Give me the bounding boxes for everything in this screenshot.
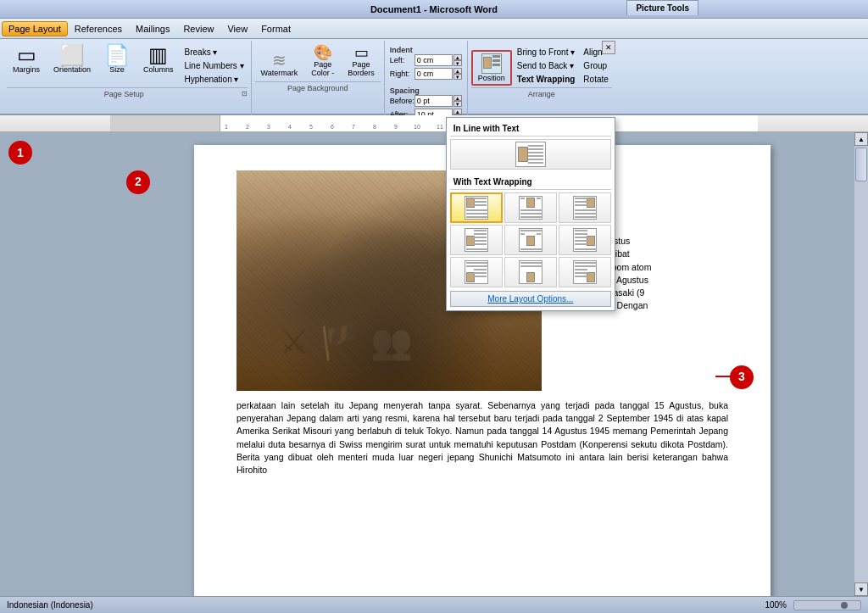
ribbon-group-paragraph: Indent Left: ▲ ▼ Right: ▲ ▼ <box>385 41 468 115</box>
vertical-scrollbar[interactable]: ▲ ▼ <box>854 132 868 596</box>
position-bottom-left[interactable] <box>450 257 503 287</box>
spacing-before-down[interactable]: ▼ <box>453 101 462 107</box>
status-bar: Indonesian (Indonesia) 100% <box>0 596 868 613</box>
position-bottom-center[interactable] <box>504 257 557 287</box>
position-top-center[interactable] <box>504 192 557 223</box>
spacing-label: Spacing <box>390 86 462 95</box>
status-right: 100% <box>765 600 861 610</box>
zoom-thumb <box>841 602 848 609</box>
ribbon-group-page-background: ≋ Watermark 🎨 Page Color - ▭ Page Border… <box>252 41 385 115</box>
page-borders-button[interactable]: ▭ Page Borders <box>342 42 381 80</box>
line-numbers-button[interactable]: Line Numbers ▾ <box>181 59 248 72</box>
right-label: Right: <box>390 70 414 78</box>
indent-right-input[interactable] <box>415 68 453 80</box>
indent-right-up[interactable]: ▲ <box>453 68 462 74</box>
indent-left-input[interactable] <box>415 54 453 66</box>
annotation-3: 3 <box>730 365 754 389</box>
group-button[interactable]: Group <box>580 59 611 72</box>
annotation-1: 1 <box>8 141 32 164</box>
spacing-after-up[interactable]: ▲ <box>453 109 462 114</box>
inline-option[interactable] <box>450 139 611 170</box>
document-main-text: perkataan lain setelah itu Jepang menyer… <box>236 399 728 476</box>
indent-right-down[interactable]: ▼ <box>453 74 462 80</box>
scroll-down[interactable]: ▼ <box>854 582 868 596</box>
language-status: Indonesian (Indonesia) <box>7 600 93 610</box>
zoom-level: 100% <box>765 600 787 610</box>
bring-to-front-button[interactable]: Bring to Front ▾ <box>514 46 579 59</box>
zoom-slider[interactable] <box>793 600 861 610</box>
menu-item-references[interactable]: References <box>68 21 129 36</box>
page-setup-label: Page Setup ⊡ <box>7 87 248 98</box>
menu-bar: Page Layout References Mailings Review V… <box>0 19 868 39</box>
title-bar: Document1 - Microsoft Word Picture Tools <box>0 0 868 19</box>
indent-left-up[interactable]: ▲ <box>453 54 462 60</box>
scroll-thumb[interactable] <box>855 148 867 181</box>
page-background-label: Page Background <box>255 81 381 92</box>
menu-item-format[interactable]: Format <box>254 21 298 36</box>
position-button[interactable]: Position <box>471 50 512 86</box>
text-wrapping-button[interactable]: Text Wrapping <box>514 73 579 86</box>
indent-left-down[interactable]: ▼ <box>453 60 462 66</box>
picture-tools-tab: Picture Tools <box>626 0 698 15</box>
send-to-back-button[interactable]: Send to Back ▾ <box>514 59 579 72</box>
document-area: 1 2 Jepang Kalah dengan Seku Sejarah kla… <box>0 132 868 596</box>
arrange-label: Arrange <box>471 87 612 98</box>
position-middle-center[interactable] <box>504 225 557 255</box>
indent-label: Indent <box>390 46 462 54</box>
ribbon-group-page-setup: ▭ Margins ⬜ Orientation 📄 Size ▥ Columns <box>3 41 252 115</box>
margins-button[interactable]: ▭ Margins <box>7 42 46 76</box>
scroll-up[interactable]: ▲ <box>854 132 868 146</box>
menu-item-view[interactable]: View <box>220 21 254 36</box>
menu-item-page-layout[interactable]: Page Layout <box>2 21 68 36</box>
rotate-button[interactable]: Rotate <box>580 73 611 86</box>
with-text-section-title: With Text Wrapping <box>450 175 611 190</box>
hyphenation-button[interactable]: Hyphenation ▾ <box>181 73 248 86</box>
position-bottom-right[interactable] <box>559 257 611 287</box>
inline-section-title: In Line with Text <box>450 121 611 137</box>
left-margin: 1 <box>0 132 110 596</box>
spacing-before-up[interactable]: ▲ <box>453 95 462 101</box>
document-title: Document1 - Microsoft Word <box>370 4 498 14</box>
position-middle-right[interactable] <box>559 225 611 255</box>
position-top-right[interactable] <box>559 192 611 223</box>
position-middle-left[interactable] <box>450 225 503 255</box>
position-top-left[interactable] <box>450 192 503 223</box>
menu-item-mailings[interactable]: Mailings <box>129 21 176 36</box>
watermark-button[interactable]: ≋ Watermark <box>255 49 304 80</box>
ribbon-group-arrange: ✕ Position Bring to Front ▾ <box>468 41 615 115</box>
ribbon-close-button[interactable]: ✕ <box>602 41 615 54</box>
ribbon: ▭ Margins ⬜ Orientation 📄 Size ▥ Columns <box>0 39 868 115</box>
ruler: 1 2 3 4 5 6 7 8 9 10 11 12 13 <box>0 115 868 132</box>
before-label: Before: <box>390 97 414 105</box>
orientation-button[interactable]: ⬜ Orientation <box>47 42 97 76</box>
annotation-2: 2 <box>126 170 150 194</box>
annotation-3-arrow <box>715 376 737 377</box>
page-color-button[interactable]: 🎨 Page Color - <box>305 42 340 80</box>
columns-button[interactable]: ▥ Columns <box>137 42 180 76</box>
size-button[interactable]: 📄 Size <box>98 42 136 76</box>
position-dropdown: In Line with Text Wit <box>446 117 615 311</box>
spacing-before-input[interactable] <box>415 95 453 107</box>
menu-item-review[interactable]: Review <box>176 21 220 36</box>
breaks-button[interactable]: Breaks ▾ <box>181 46 248 59</box>
more-layout-options[interactable]: More Layout Options... <box>450 291 611 307</box>
page-setup-dialog-launcher[interactable]: ⊡ <box>242 90 248 98</box>
left-label: Left: <box>390 56 414 64</box>
